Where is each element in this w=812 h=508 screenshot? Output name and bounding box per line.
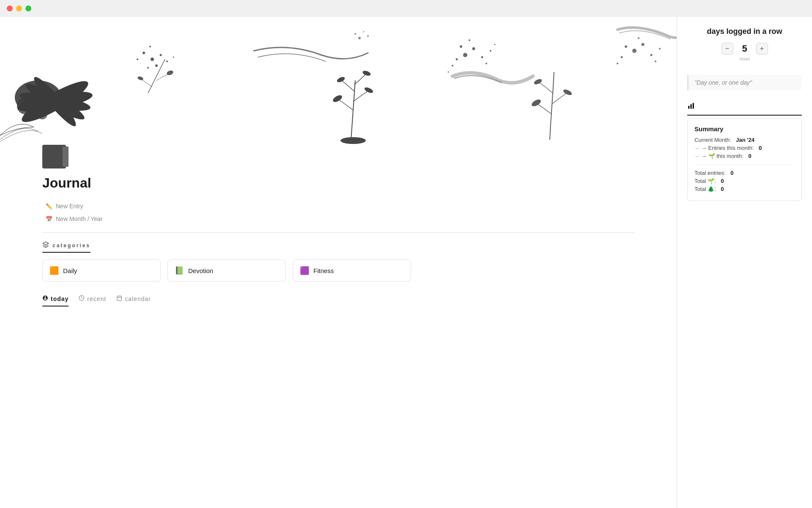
quote-box: "Day one, or one day" (687, 75, 802, 90)
hero-banner (0, 17, 677, 148)
main-panel: Journal ✏️ New Entry 📅 New Month / Year (0, 17, 677, 508)
svg-point-30 (472, 47, 475, 50)
recent-icon (79, 295, 85, 302)
svg-rect-59 (691, 104, 692, 109)
svg-point-23 (363, 31, 365, 33)
total-tree-row: Total 🌲: 0 (694, 186, 795, 192)
svg-point-35 (452, 65, 453, 66)
svg-point-50 (655, 61, 656, 62)
counter-value: 5 (738, 43, 751, 54)
hero-illustration (0, 17, 677, 148)
total-entries-value: 0 (730, 170, 733, 176)
entries-month-row: → → Entries this month: 0 (694, 145, 795, 151)
svg-rect-58 (688, 106, 689, 109)
days-logged-title: days logged in a row (687, 27, 802, 36)
svg-point-32 (481, 56, 483, 58)
svg-point-12 (155, 64, 158, 67)
svg-point-15 (137, 58, 138, 60)
category-card-daily[interactable]: 🟧 Daily (42, 260, 161, 282)
tabs-row: today recent (42, 295, 634, 307)
svg-point-45 (625, 45, 627, 48)
svg-point-16 (149, 46, 151, 47)
svg-point-13 (147, 67, 149, 69)
total-seedling-value: 0 (721, 178, 724, 184)
total-tree-value: 0 (721, 186, 724, 192)
svg-point-37 (469, 39, 470, 41)
svg-point-8 (37, 109, 47, 119)
calendar-tab-icon (116, 295, 122, 302)
new-entry-button[interactable]: ✏️ New Entry (42, 201, 87, 211)
svg-point-49 (617, 63, 618, 64)
svg-point-14 (166, 61, 168, 62)
categories-grid: 🟧 Daily 📗 Devotion 🟪 Fitness (42, 260, 634, 282)
svg-marker-52 (43, 242, 48, 245)
svg-rect-60 (693, 103, 694, 109)
total-seedling-row: Total 🌱: 0 (694, 178, 795, 184)
total-entries-row: Total entries: 0 (694, 170, 795, 176)
svg-point-46 (650, 54, 653, 56)
svg-point-34 (490, 50, 491, 52)
counter-row: − 5 + (687, 43, 802, 55)
category-card-devotion[interactable]: 📗 Devotion (167, 260, 286, 282)
svg-rect-0 (0, 17, 677, 148)
entries-month-value: 0 (759, 145, 762, 151)
svg-point-28 (340, 137, 366, 144)
page-title: Journal (42, 175, 634, 191)
svg-point-39 (448, 72, 449, 73)
calendar-icon: 📅 (46, 216, 52, 222)
svg-point-33 (456, 58, 458, 61)
close-button[interactable] (7, 6, 13, 11)
fitness-emoji: 🟪 (300, 266, 309, 275)
devotion-emoji: 📗 (175, 266, 184, 275)
section-divider (42, 232, 634, 233)
svg-point-21 (367, 35, 369, 37)
summary-divider (694, 164, 795, 165)
svg-point-10 (143, 52, 145, 54)
decrement-button[interactable]: − (721, 43, 733, 55)
svg-point-9 (151, 58, 154, 61)
seedling-month-row: → → 🌱 this month: 0 (694, 153, 795, 159)
current-month-value: Jan '24 (736, 137, 754, 143)
total-seedling-label: Total 🌱: (694, 178, 716, 184)
new-month-year-button[interactable]: 📅 New Month / Year (42, 214, 106, 224)
right-panel: days logged in a row − 5 + reset "Day on… (677, 17, 812, 508)
seedling-month-value: 0 (748, 153, 751, 159)
journal-icon (42, 145, 66, 168)
app-container: Journal ✏️ New Entry 📅 New Month / Year (0, 17, 812, 508)
stats-header (687, 102, 802, 116)
current-month-row: Current Month: Jan '24 (694, 137, 795, 143)
svg-point-29 (463, 53, 467, 57)
layers-icon (42, 241, 49, 249)
category-card-fitness[interactable]: 🟪 Fitness (293, 260, 411, 282)
svg-point-36 (486, 63, 487, 64)
categories-section-label: categories (42, 241, 634, 253)
svg-point-38 (494, 44, 496, 45)
svg-point-17 (173, 57, 174, 58)
svg-rect-54 (117, 296, 122, 301)
svg-point-20 (358, 37, 361, 39)
svg-point-47 (621, 56, 623, 58)
days-logged-section: days logged in a row − 5 + reset (687, 27, 802, 61)
minimize-button[interactable] (16, 6, 22, 11)
summary-title: Summary (694, 125, 795, 133)
quote-text: "Day one, or one day" (694, 79, 752, 86)
svg-point-11 (160, 54, 162, 56)
today-icon (42, 295, 48, 302)
total-tree-label: Total 🌲: (694, 186, 716, 192)
content-area: Journal ✏️ New Entry 📅 New Month / Year (0, 148, 677, 315)
tab-today[interactable]: today (42, 295, 69, 306)
daily-emoji: 🟧 (49, 266, 59, 275)
pencil-icon: ✏️ (46, 203, 52, 210)
svg-point-51 (638, 37, 639, 39)
maximize-button[interactable] (25, 6, 31, 11)
svg-point-43 (632, 49, 636, 53)
reset-label: reset (687, 56, 802, 61)
tab-calendar[interactable]: calendar (116, 295, 151, 306)
window-chrome (0, 0, 812, 17)
seedling-month-label: → 🌱 this month: (701, 153, 743, 159)
chart-icon (687, 102, 695, 111)
svg-point-31 (460, 45, 462, 48)
increment-button[interactable]: + (756, 43, 768, 55)
tab-recent[interactable]: recent (79, 295, 106, 306)
svg-point-7 (17, 97, 34, 114)
